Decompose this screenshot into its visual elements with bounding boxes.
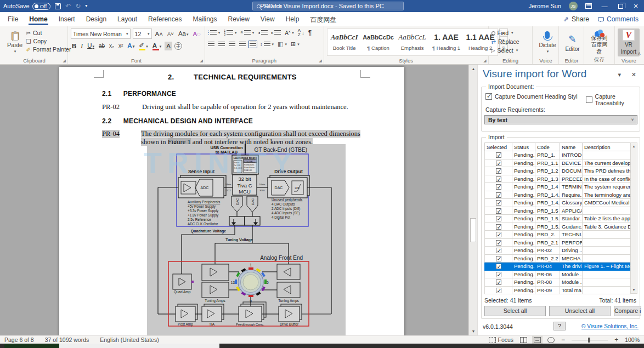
comments-button[interactable]: Comments	[598, 15, 639, 23]
capture-traceability-checkbox[interactable]: Capture Traceability	[586, 93, 644, 106]
grow-font-icon[interactable]: A˄	[154, 30, 164, 38]
zoom-out-icon[interactable]: −	[561, 336, 565, 344]
customize-quick-access-icon[interactable]: ▾	[85, 4, 87, 8]
justify-icon[interactable]	[239, 42, 246, 47]
capture-heading-checkbox-box[interactable]	[485, 93, 492, 100]
numbering-icon[interactable]: 1 2 3▾	[224, 30, 236, 36]
focus-button[interactable]: Focus	[489, 336, 514, 343]
bullets-icon[interactable]: • • •▾	[208, 30, 220, 36]
row-checkbox[interactable]	[496, 152, 501, 158]
panel-menu-icon[interactable]: ▾	[618, 71, 621, 78]
row-checkbox[interactable]	[496, 256, 501, 261]
compare-items-button[interactable]: Compare ite	[614, 306, 641, 316]
borders-icon[interactable]: ⊞▾	[291, 41, 300, 48]
replace-button[interactable]: ⇄Replace	[492, 38, 519, 45]
row-checkbox[interactable]	[496, 192, 501, 198]
align-left-icon[interactable]	[208, 42, 214, 47]
page-indicator[interactable]: Page 6 of 8	[4, 336, 34, 343]
read-mode-icon[interactable]	[520, 337, 527, 343]
autosave-toggle[interactable]: AutoSave Off	[3, 3, 50, 10]
header-name[interactable]: Name	[560, 143, 583, 151]
table-row[interactable]: Pending...PRD_1.5.1Standar...Table 2 lis…	[485, 215, 631, 223]
table-row[interactable]: Pending...PRD_1.4.2GlossaryCMD□Cool Medi…	[485, 199, 631, 207]
underline-button[interactable]: U▾	[86, 41, 95, 51]
table-row[interactable]: Pending...PR-02Driving ...	[485, 247, 631, 255]
paste-button[interactable]: Paste▾	[4, 28, 26, 56]
clear-formatting-icon[interactable]: A◌	[191, 30, 202, 38]
autosave-switch[interactable]: Off	[32, 3, 51, 10]
language-indicator[interactable]: English (United States)	[100, 336, 159, 343]
zoom-slider[interactable]	[572, 340, 608, 340]
vr-import-button[interactable]: V VRImport	[618, 28, 640, 56]
subscript-button[interactable]: x₂	[108, 42, 115, 50]
table-row[interactable]: Pending...PRD_1.1DEVICE ...The current d…	[485, 159, 631, 167]
style-card--caption[interactable]: AaBbCcDc¶ Caption	[361, 29, 396, 55]
align-right-icon[interactable]	[229, 42, 235, 47]
table-row[interactable]: Pending...PRD_1.INTROD...	[485, 151, 631, 159]
table-row[interactable]: Pending...PRD_1.4TERMIN...The system req…	[485, 183, 631, 191]
sort-icon[interactable]: AZ↓	[298, 28, 304, 37]
row-checkbox[interactable]	[496, 232, 501, 237]
tab-help[interactable]: Help	[280, 12, 305, 26]
search-input[interactable]: Search	[252, 2, 404, 10]
format-painter-button[interactable]: ✐Format Painter	[26, 46, 71, 53]
tab-layout[interactable]: Layout	[112, 12, 143, 26]
row-checkbox[interactable]	[496, 161, 501, 166]
baidu-save-button[interactable]: 保存到百度网盘	[587, 28, 611, 56]
cut-button[interactable]: ✂Cut	[26, 30, 71, 36]
paragraph-dialog-launcher[interactable]: ◢	[319, 59, 321, 63]
font-color-icon[interactable]: A▾	[151, 41, 163, 51]
distribute-icon[interactable]	[250, 42, 256, 47]
table-scrollbar[interactable]: ▲ ▼	[630, 142, 637, 294]
table-row[interactable]: Pending...PR-09Total ma...	[485, 286, 631, 294]
zoom-in-icon[interactable]: +	[614, 336, 618, 344]
asian-layout-icon[interactable]: A˟▾	[285, 30, 294, 36]
font-size-select[interactable]: 12▾	[133, 28, 152, 39]
zoom-slider-thumb[interactable]	[588, 338, 590, 343]
row-checkbox[interactable]	[496, 200, 501, 206]
line-spacing-icon[interactable]: ↕▾	[260, 42, 274, 47]
share-button[interactable]: ⇗Share	[563, 15, 589, 23]
change-case-icon[interactable]: Aa▾	[177, 29, 190, 39]
editor-button[interactable]: ✎Editor	[562, 28, 583, 56]
strikethrough-button[interactable]: ab	[98, 42, 106, 50]
character-shading-icon[interactable]: A	[165, 42, 172, 50]
row-checkbox[interactable]	[496, 184, 501, 190]
collapse-ribbon-icon[interactable]: ˄	[638, 51, 641, 56]
minimize-button[interactable]: —	[600, 3, 609, 9]
table-row[interactable]: Pending...PR-04The drivi...Figure 1. – F…	[485, 263, 631, 271]
tab-insert[interactable]: Insert	[53, 12, 81, 26]
enclose-characters-icon[interactable]: 字	[174, 42, 182, 50]
highlight-color-icon[interactable]: ✐▾	[138, 41, 149, 51]
panel-close-icon[interactable]: ✕	[631, 71, 636, 78]
tab-review[interactable]: Review	[222, 12, 255, 26]
row-checkbox[interactable]	[496, 208, 501, 214]
restore-button[interactable]	[618, 4, 623, 9]
table-row[interactable]: Pending...PRD_2.2MECHA...	[485, 254, 631, 263]
style-card-emphasis[interactable]: AaBbCcLEmphasis	[396, 29, 430, 55]
document-scrollbar[interactable]: ▲ ▼	[468, 65, 477, 335]
tab-references[interactable]: References	[143, 12, 187, 26]
header-description[interactable]: Description	[583, 143, 631, 151]
font-family-select[interactable]: Times New Roman▾	[71, 28, 131, 39]
row-checkbox[interactable]	[496, 288, 501, 293]
table-row[interactable]: Pending...PRD_1.5.2Guidanc...Table 3. Gu…	[485, 223, 631, 231]
requirements-table[interactable]: Selected Status Code Name Description Pe…	[484, 142, 631, 294]
shrink-font-icon[interactable]: A˅	[166, 30, 175, 38]
redo-icon[interactable]: ↻	[75, 3, 81, 9]
tab-home[interactable]: Home	[24, 12, 53, 26]
table-scroll-down-icon[interactable]: ▼	[631, 288, 637, 292]
tab-view[interactable]: View	[255, 12, 280, 26]
text-effects-icon[interactable]: A▾	[126, 41, 135, 51]
row-checkbox[interactable]	[496, 264, 501, 269]
zoom-percentage[interactable]: 100%	[625, 336, 640, 343]
row-checkbox[interactable]	[496, 279, 501, 285]
web-layout-icon[interactable]	[547, 337, 555, 343]
table-row[interactable]: Pending...PRD_1.2DOCUM...This PRD define…	[485, 167, 631, 175]
dictate-button[interactable]: Dictate▾	[535, 28, 559, 56]
table-row[interactable]: Pending...PRD_2.1PERFOR...	[485, 238, 631, 247]
style-card-book-title[interactable]: AaBbCcIBook Title	[327, 29, 361, 55]
tab-mailings[interactable]: Mailings	[187, 12, 222, 26]
document-page[interactable]: 2. TECHNICAL REQUIREMENTS 2.1 PERFORMANC…	[59, 67, 404, 335]
clipboard-dialog-launcher[interactable]: ◢	[63, 59, 66, 63]
